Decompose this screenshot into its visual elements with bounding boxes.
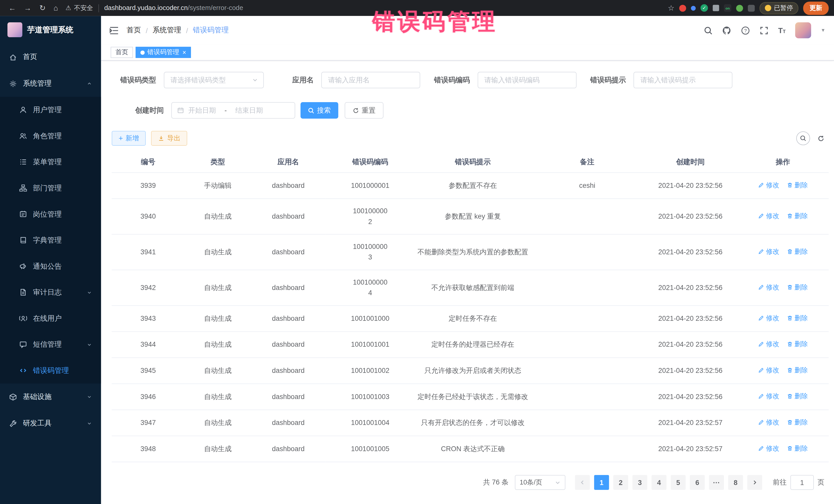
address-bar[interactable]: dashboard.yudao.iocoder.cn/system/error-… (104, 4, 243, 12)
sidebar-item-label: 基础设施 (23, 392, 51, 401)
page-size-select[interactable]: 10条/页 (515, 475, 565, 490)
github-icon[interactable] (722, 26, 731, 35)
page-button[interactable]: 8 (728, 475, 743, 490)
extension-leaf-icon[interactable] (736, 5, 743, 12)
fullscreen-icon[interactable] (760, 26, 769, 35)
extension-onetab-icon[interactable]: on (724, 4, 731, 12)
extensions-puzzle-icon[interactable] (748, 5, 755, 12)
logo[interactable]: 芋道管理系统 (0, 16, 101, 44)
sidebar-item-online-users[interactable]: 在线用户 (0, 305, 101, 332)
error-code-input[interactable] (477, 72, 576, 88)
sidebar-item-audit-log[interactable]: 审计日志 (0, 279, 101, 305)
page-button[interactable]: 5 (671, 475, 686, 490)
caret-down-icon[interactable]: ▼ (821, 28, 825, 33)
add-button[interactable]: + 新增 (112, 131, 146, 146)
goto-page-input[interactable] (790, 475, 814, 490)
page-button[interactable]: ··· (709, 475, 724, 490)
delete-link[interactable]: 删除 (787, 339, 808, 349)
edit-link[interactable]: 修改 (758, 417, 780, 428)
browser-reload-icon[interactable]: ↻ (39, 4, 45, 12)
cell-time: 2021-04-20 23:52:56 (643, 306, 737, 332)
cell-remark: ceshi (531, 173, 643, 199)
avatar[interactable] (795, 22, 811, 38)
sidebar-item-system-management[interactable]: 系统管理 (0, 70, 101, 97)
sidebar-item-dept-management[interactable]: 部门管理 (0, 175, 101, 201)
next-page-button[interactable] (747, 475, 762, 490)
browser-update-button[interactable]: 更新 (803, 1, 829, 15)
cell-time: 2021-04-20 23:52:56 (643, 173, 737, 199)
sidebar-item-role-management[interactable]: 角色管理 (0, 123, 101, 149)
paused-badge[interactable]: 已暂停 (760, 2, 798, 14)
delete-link[interactable]: 删除 (787, 443, 808, 454)
edit-link[interactable]: 修改 (758, 443, 780, 454)
table-header-row: 编号 类型 应用名 错误码编码 错误码提示 备注 创建时间 操作 (112, 152, 829, 173)
error-type-select[interactable]: 请选择错误码类型 (163, 72, 264, 88)
date-range-picker[interactable]: 开始日期 - 结束日期 (171, 102, 295, 118)
sidebar-item-error-code-management[interactable]: 错误码管理 (0, 357, 101, 384)
delete-link[interactable]: 删除 (787, 211, 808, 221)
edit-link[interactable]: 修改 (758, 180, 780, 191)
extension-red-icon[interactable] (679, 5, 686, 12)
site-security[interactable]: ⚠ 不安全 (65, 3, 93, 12)
sidebar-item-notice[interactable]: 通知公告 (0, 253, 101, 280)
sidebar-item-label: 短信管理 (33, 339, 62, 349)
edit-link[interactable]: 修改 (758, 391, 780, 401)
tab-home[interactable]: 首页 (111, 47, 133, 58)
breadcrumb-home[interactable]: 首页 (127, 25, 141, 35)
page-button[interactable]: 1 (594, 475, 609, 490)
delete-link[interactable]: 删除 (787, 391, 808, 401)
delete-link[interactable]: 删除 (787, 180, 808, 191)
delete-link[interactable]: 删除 (787, 282, 808, 292)
export-button[interactable]: 导出 (151, 131, 187, 146)
sidebar-item-infrastructure[interactable]: 基础设施 (0, 384, 101, 410)
sidebar-item-dict-management[interactable]: 字典管理 (0, 227, 101, 253)
edit-link[interactable]: 修改 (758, 211, 780, 221)
page-button[interactable]: 6 (690, 475, 705, 490)
font-size-icon[interactable]: TT (778, 26, 786, 35)
hamburger-icon[interactable] (110, 26, 118, 35)
sidebar-item-user-management[interactable]: 用户管理 (0, 97, 101, 123)
cube-icon (9, 393, 17, 401)
edit-link[interactable]: 修改 (758, 313, 780, 323)
question-icon[interactable]: ? (741, 26, 750, 35)
browser-back-icon[interactable]: ← (8, 4, 16, 12)
page-button[interactable]: 2 (613, 475, 628, 490)
page-button[interactable]: 3 (632, 475, 647, 490)
delete-link[interactable]: 删除 (787, 246, 808, 257)
delete-link[interactable]: 删除 (787, 417, 808, 428)
bookmark-star-icon[interactable]: ☆ (668, 4, 674, 12)
browser-forward-icon[interactable]: → (24, 4, 31, 12)
close-tab-icon[interactable]: × (182, 49, 186, 56)
search-icon[interactable] (704, 26, 712, 35)
sidebar-item-label: 通知公告 (33, 262, 62, 271)
toggle-search-icon[interactable] (796, 131, 810, 145)
cell-id: 3945 (112, 358, 184, 384)
sidebar-item-dev-tools[interactable]: 研发工具 (0, 410, 101, 437)
page-button[interactable]: 4 (652, 475, 666, 490)
edit-link[interactable]: 修改 (758, 282, 780, 292)
cell-app: dashboard (251, 358, 325, 384)
app-name-input[interactable] (321, 72, 420, 88)
reset-button[interactable]: 重置 (345, 102, 383, 118)
refresh-icon[interactable] (817, 135, 825, 141)
edit-link[interactable]: 修改 (758, 339, 780, 349)
cell-id: 3942 (112, 270, 184, 306)
delete-link[interactable]: 删除 (787, 313, 808, 323)
prev-page-button[interactable] (575, 475, 590, 490)
browser-home-icon[interactable]: ⌂ (53, 4, 58, 12)
sidebar-item-post-management[interactable]: 岗位管理 (0, 201, 101, 227)
search-button[interactable]: 搜索 (301, 102, 338, 118)
sidebar-item-sms-management[interactable]: 短信管理 (0, 331, 101, 357)
edit-link[interactable]: 修改 (758, 246, 780, 257)
table-row: 3939 手动编辑 dashboard 1001000001 参数配置不存在 c… (112, 173, 829, 199)
sidebar-item-home[interactable]: 首页 (0, 44, 101, 70)
sidebar-item-menu-management[interactable]: 菜单管理 (0, 149, 101, 175)
extension-check-icon[interactable]: ✓ (701, 4, 708, 12)
delete-link[interactable]: 删除 (787, 365, 808, 375)
tab-error-code-management[interactable]: 错误码管理 × (136, 47, 191, 58)
extension-blue-icon[interactable] (691, 6, 696, 10)
error-msg-input[interactable] (634, 72, 733, 88)
extension-grid-icon[interactable] (712, 5, 719, 11)
edit-link[interactable]: 修改 (758, 365, 780, 375)
breadcrumb-system-management[interactable]: 系统管理 (152, 25, 181, 35)
